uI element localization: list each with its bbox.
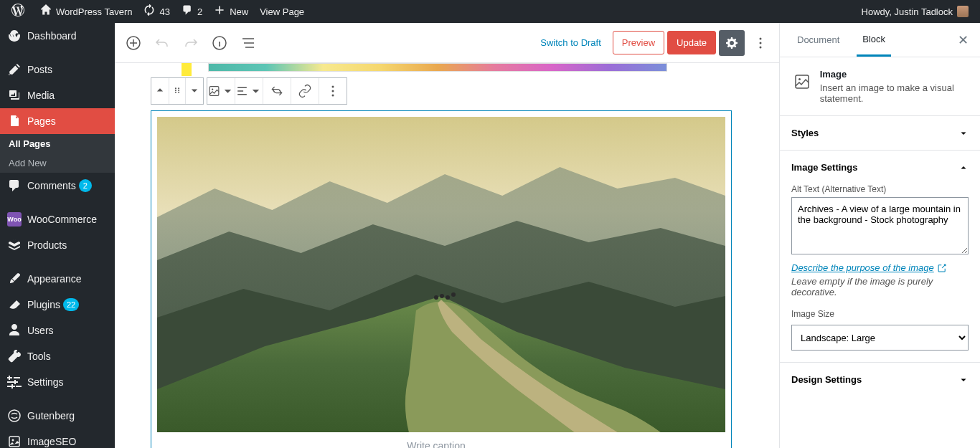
comments-count: 2 [197, 6, 202, 17]
block-card-desc: Insert an image to make a visual stateme… [820, 82, 969, 104]
block-card: Image Insert an image to make a visual s… [780, 57, 980, 115]
howdy-label: Howdy, Justin Tadlock [862, 6, 953, 17]
panel-image-settings-header[interactable]: Image Settings [780, 151, 980, 184]
editor-canvas[interactable]: Write caption… [115, 63, 779, 448]
editor-header: Switch to Draft Preview Update [115, 23, 779, 63]
panel-styles-header[interactable]: Styles [780, 116, 980, 150]
close-inspector-button[interactable]: ✕ [958, 23, 969, 57]
plugin-icon [7, 297, 22, 312]
wp-logo[interactable] [6, 0, 34, 23]
wordpress-icon [11, 4, 24, 19]
svg-point-9 [178, 87, 179, 89]
chevron-down-icon [958, 375, 969, 385]
my-account[interactable]: Howdy, Justin Tadlock [856, 0, 974, 23]
svg-rect-24 [796, 75, 809, 88]
update-button[interactable]: Update [667, 31, 716, 54]
svg-point-5 [760, 37, 762, 39]
comments[interactable]: 2 [176, 0, 208, 23]
updates-count: 43 [159, 6, 169, 17]
home-icon [40, 4, 52, 19]
svg-point-10 [175, 89, 176, 90]
drag-handle[interactable] [169, 78, 186, 104]
tab-document[interactable]: Document [791, 23, 845, 57]
svg-point-22 [446, 295, 450, 300]
external-link-icon [937, 263, 947, 273]
svg-point-18 [332, 95, 334, 97]
panel-styles: Styles [780, 115, 980, 150]
svg-point-16 [332, 86, 334, 88]
menu-plugins[interactable]: Plugins 22 [0, 292, 115, 318]
submenu-all-pages[interactable]: All Pages [0, 134, 115, 153]
menu-media[interactable]: Media [0, 82, 115, 108]
editor-area: Switch to Draft Preview Update [115, 23, 779, 448]
image-size-label: Image Size [791, 309, 969, 319]
add-block-button[interactable] [121, 30, 146, 56]
info-button[interactable] [207, 30, 232, 56]
inspector-panel: Document Block ✕ Image Insert an image t… [779, 23, 980, 448]
block-toolbar [207, 77, 347, 105]
separator-block[interactable] [208, 63, 667, 72]
menu-dashboard[interactable]: Dashboard [0, 23, 115, 49]
block-type-button[interactable] [207, 77, 235, 105]
image-caption[interactable]: Write caption… [157, 434, 725, 448]
products-icon [7, 238, 22, 252]
menu-appearance[interactable]: Appearance [0, 266, 115, 292]
svg-point-15 [212, 88, 213, 90]
alt-text-input[interactable] [791, 197, 969, 254]
menu-comments[interactable]: Comments 2 [0, 173, 115, 199]
image-block[interactable]: Write caption… [151, 110, 732, 448]
svg-point-21 [440, 294, 444, 298]
block-more-button[interactable] [319, 77, 347, 105]
menu-products[interactable]: Products [0, 232, 115, 258]
submenu-pages: All Pages Add New [0, 134, 115, 173]
menu-settings[interactable]: Settings [0, 369, 115, 395]
svg-point-2 [12, 439, 14, 442]
outline-button[interactable] [235, 30, 261, 56]
settings-button[interactable] [719, 30, 745, 56]
svg-point-17 [332, 90, 334, 92]
editor-header-right: Switch to Draft Preview Update [532, 30, 773, 56]
admin-bar-right: Howdy, Justin Tadlock [856, 0, 974, 23]
image-size-select[interactable]: Landscape: Large [791, 325, 969, 351]
menu-users[interactable]: Users [0, 318, 115, 343]
tab-block[interactable]: Block [857, 23, 891, 57]
svg-point-8 [175, 87, 176, 89]
menu-posts[interactable]: Posts [0, 57, 115, 82]
panel-design-settings-header[interactable]: Design Settings [780, 363, 980, 396]
redo-button[interactable] [178, 30, 204, 56]
view-page[interactable]: View Page [254, 0, 310, 23]
admin-bar: WordPress Tavern 43 2 New View Page Howd… [0, 0, 980, 23]
user-icon [7, 323, 22, 338]
image-block-icon [791, 69, 813, 95]
svg-rect-14 [209, 87, 219, 96]
more-options-button[interactable] [748, 30, 773, 56]
media-icon [7, 88, 22, 103]
updates[interactable]: 43 [138, 0, 175, 23]
link-button[interactable] [291, 77, 319, 105]
move-up-button[interactable] [151, 78, 169, 104]
pin-icon [7, 62, 22, 77]
svg-point-11 [178, 89, 179, 90]
switch-to-draft-button[interactable]: Switch to Draft [532, 32, 610, 54]
submenu-add-new[interactable]: Add New [0, 153, 115, 173]
wrench-icon [7, 349, 22, 363]
site-name[interactable]: WordPress Tavern [34, 0, 138, 23]
preview-button[interactable]: Preview [613, 31, 664, 54]
svg-point-13 [178, 91, 179, 92]
align-button[interactable] [235, 77, 263, 105]
move-down-button[interactable] [186, 78, 203, 104]
replace-button[interactable] [263, 77, 291, 105]
menu-gutenberg[interactable]: Gutenberg [0, 403, 115, 429]
menu-woocommerce[interactable]: Woo WooCommerce [0, 206, 115, 232]
image-content [157, 117, 725, 432]
menu-pages[interactable]: Pages [0, 108, 115, 134]
describe-purpose-link[interactable]: Describe the purpose of the image [791, 262, 947, 273]
menu-imageseo[interactable]: ImageSEO [0, 429, 115, 448]
undo-button[interactable] [149, 30, 175, 56]
new-content[interactable]: New [208, 0, 254, 23]
chevron-up-icon [958, 163, 969, 173]
menu-tools[interactable]: Tools [0, 343, 115, 369]
update-icon [143, 4, 155, 19]
woocommerce-icon: Woo [7, 212, 22, 227]
plus-icon [214, 4, 225, 19]
